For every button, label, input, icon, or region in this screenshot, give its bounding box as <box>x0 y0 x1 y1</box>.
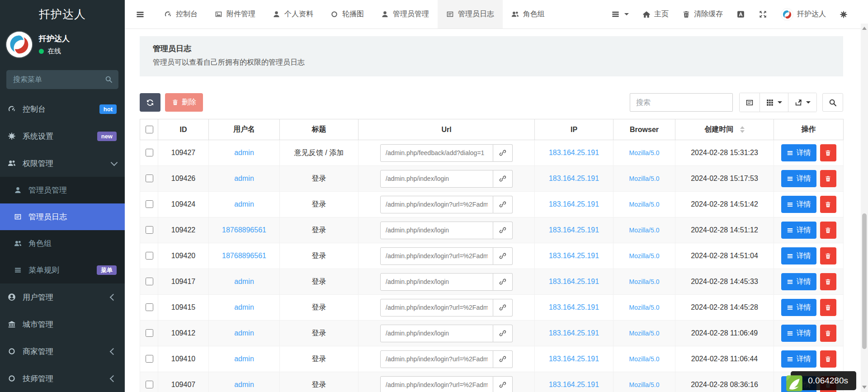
fullscreen-button[interactable] <box>752 0 774 28</box>
username-link[interactable]: admin <box>234 329 254 337</box>
row-delete-button[interactable] <box>820 350 836 368</box>
vertical-scrollbar[interactable] <box>861 24 868 392</box>
ip-link[interactable]: 183.164.25.191 <box>549 303 599 311</box>
ip-link[interactable]: 183.164.25.191 <box>549 149 599 156</box>
open-url-button[interactable] <box>493 376 513 392</box>
select-all-checkbox[interactable] <box>146 126 153 133</box>
username-link[interactable]: admin <box>234 381 254 388</box>
debug-time-badge[interactable]: 0.064280s <box>791 371 856 390</box>
url-input[interactable] <box>380 170 493 188</box>
header-id[interactable]: ID <box>158 119 209 140</box>
open-url-button[interactable] <box>493 170 513 188</box>
browser-link[interactable]: Mozilla/5.0 <box>629 381 660 388</box>
header-ip[interactable]: IP <box>535 119 613 140</box>
url-input[interactable] <box>380 299 493 316</box>
language-button[interactable] <box>730 0 752 28</box>
detail-button[interactable]: 详情 <box>781 196 816 213</box>
open-url-button[interactable] <box>493 247 513 265</box>
browser-link[interactable]: Mozilla/5.0 <box>629 227 660 234</box>
tab-dashboard[interactable]: 控制台 <box>156 0 206 28</box>
tab-admin-log[interactable]: 管理员日志 <box>438 0 503 28</box>
browser-link[interactable]: Mozilla/5.0 <box>629 149 660 156</box>
home-button[interactable]: 主页 <box>636 0 675 28</box>
browser-link[interactable]: Mozilla/5.0 <box>629 175 660 182</box>
row-checkbox[interactable] <box>146 200 153 208</box>
open-url-button[interactable] <box>493 299 513 316</box>
row-checkbox[interactable] <box>146 226 153 234</box>
tab-profile[interactable]: 个人资料 <box>264 0 322 28</box>
ip-link[interactable]: 183.164.25.191 <box>549 226 599 234</box>
sidebar-item-menu-rules[interactable]: 菜单规则 菜单 <box>0 257 125 283</box>
sidebar-item-technician-management[interactable]: 技师管理 <box>0 365 125 392</box>
row-checkbox[interactable] <box>146 303 153 311</box>
refresh-button[interactable] <box>140 93 160 112</box>
sidebar-item-role-group[interactable]: 角色组 <box>0 230 125 257</box>
row-checkbox[interactable] <box>146 278 153 285</box>
clear-cache-button[interactable]: 清除缓存 <box>675 0 730 28</box>
url-input[interactable] <box>380 376 493 392</box>
ip-link[interactable]: 183.164.25.191 <box>549 278 599 285</box>
row-delete-button[interactable] <box>820 299 836 316</box>
header-title[interactable]: 标题 <box>280 119 359 140</box>
row-checkbox[interactable] <box>146 149 153 156</box>
browser-link[interactable]: Mozilla/5.0 <box>629 304 660 311</box>
sidebar-item-city-management[interactable]: 城市管理 <box>0 311 125 338</box>
username-link[interactable]: admin <box>234 303 254 311</box>
row-checkbox[interactable] <box>146 329 153 337</box>
sidebar-item-merchant-management[interactable]: 商家管理 <box>0 338 125 365</box>
username-link[interactable]: 18768896561 <box>222 252 266 260</box>
ip-link[interactable]: 183.164.25.191 <box>549 175 599 182</box>
tab-carousel[interactable]: 轮播图 <box>322 0 373 28</box>
tab-attachments[interactable]: 附件管理 <box>206 0 264 28</box>
open-url-button[interactable] <box>493 350 513 368</box>
username-link[interactable]: admin <box>234 149 254 156</box>
scrollbar-thumb[interactable] <box>862 213 867 349</box>
sort-icon[interactable] <box>740 126 745 133</box>
sidebar-item-permissions[interactable]: 权限管理 <box>0 150 125 177</box>
url-input[interactable] <box>380 222 493 239</box>
row-delete-button[interactable] <box>820 325 836 342</box>
detail-button[interactable]: 详情 <box>781 247 816 264</box>
open-url-button[interactable] <box>493 273 513 291</box>
header-browser[interactable]: Browser <box>613 119 675 140</box>
sidebar-item-dashboard[interactable]: 控制台 hot <box>0 95 125 123</box>
browser-link[interactable]: Mozilla/5.0 <box>629 201 660 208</box>
header-createtime[interactable]: 创建时间 <box>675 119 774 140</box>
username-link[interactable]: admin <box>234 175 254 182</box>
open-url-button[interactable] <box>493 222 513 239</box>
detail-button[interactable]: 详情 <box>781 222 816 239</box>
open-url-button[interactable] <box>493 325 513 342</box>
detail-button[interactable]: 详情 <box>781 273 816 290</box>
url-input[interactable] <box>380 350 493 368</box>
browser-link[interactable]: Mozilla/5.0 <box>629 252 660 260</box>
browser-link[interactable]: Mozilla/5.0 <box>629 278 660 285</box>
ip-link[interactable]: 183.164.25.191 <box>549 329 599 337</box>
sidebar-item-system-settings[interactable]: 系统设置 new <box>0 123 125 150</box>
row-delete-button[interactable] <box>820 144 836 161</box>
sidebar-toggle-button[interactable] <box>125 0 156 28</box>
username-link[interactable]: admin <box>234 278 254 285</box>
row-checkbox[interactable] <box>146 381 153 388</box>
detail-button[interactable]: 详情 <box>781 325 816 342</box>
header-url[interactable]: Url <box>359 119 535 140</box>
row-delete-button[interactable] <box>820 196 836 213</box>
columns-button[interactable] <box>760 93 788 112</box>
url-input[interactable] <box>380 273 493 291</box>
browser-link[interactable]: Mozilla/5.0 <box>629 330 660 337</box>
url-input[interactable] <box>380 196 493 213</box>
browser-link[interactable]: Mozilla/5.0 <box>629 355 660 363</box>
menu-search-input[interactable] <box>6 70 118 89</box>
ip-link[interactable]: 183.164.25.191 <box>549 381 599 388</box>
settings-button[interactable] <box>833 0 854 28</box>
row-delete-button[interactable] <box>820 273 836 290</box>
detail-button[interactable]: 详情 <box>781 170 816 187</box>
url-input[interactable] <box>380 247 493 265</box>
sidebar-item-user-management[interactable]: 用户管理 <box>0 283 125 311</box>
tab-list-dropdown[interactable] <box>604 0 636 28</box>
username-link[interactable]: admin <box>234 200 254 208</box>
header-username[interactable]: 用户名 <box>209 119 280 140</box>
scroll-down-arrow-icon[interactable] <box>862 386 867 389</box>
detail-button[interactable]: 详情 <box>781 350 816 368</box>
tab-admin-management[interactable]: 管理员管理 <box>373 0 438 28</box>
row-delete-button[interactable] <box>820 222 836 239</box>
